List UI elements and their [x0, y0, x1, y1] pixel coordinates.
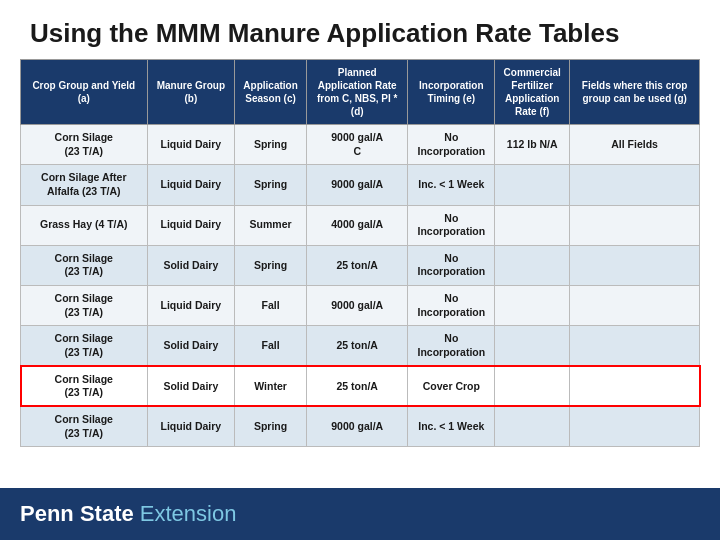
table-row: Corn Silage(23 T/A)Solid DairyFall25 ton…	[21, 326, 700, 366]
brand-name: Penn State	[20, 501, 140, 526]
table-row: Grass Hay (4 T/A)Liquid DairySummer4000 …	[21, 205, 700, 245]
table-cell: Summer	[235, 205, 307, 245]
table-cell: Inc. < 1 Week	[408, 406, 495, 446]
table-cell: Corn Silage(23 T/A)	[21, 366, 148, 406]
title-area: Using the MMM Manure Application Rate Ta…	[0, 0, 720, 59]
table-cell: Liquid Dairy	[147, 125, 235, 165]
table-cell	[570, 326, 700, 366]
table-cell	[495, 406, 570, 446]
table-row: Corn Silage(23 T/A)Solid DairyWinter25 t…	[21, 366, 700, 406]
table-cell: Corn Silage(23 T/A)	[21, 245, 148, 285]
col-header-season: ApplicationSeason (c)	[235, 60, 307, 125]
table-cell	[570, 286, 700, 326]
page-title: Using the MMM Manure Application Rate Ta…	[30, 18, 690, 49]
table-cell: Winter	[235, 366, 307, 406]
table-cell: Corn Silage(23 T/A)	[21, 286, 148, 326]
table-cell: 25 ton/A	[306, 245, 407, 285]
table-cell: Spring	[235, 245, 307, 285]
table-cell	[495, 286, 570, 326]
table-cell: 9000 gal/AC	[306, 125, 407, 165]
col-header-manure: Manure Group(b)	[147, 60, 235, 125]
col-header-fields: Fields where this cropgroup can be used …	[570, 60, 700, 125]
table-cell: 25 ton/A	[306, 326, 407, 366]
table-row: Corn Silage(23 T/A)Liquid DairySpring900…	[21, 406, 700, 446]
table-cell	[570, 165, 700, 205]
table-cell: Spring	[235, 406, 307, 446]
table-cell: 4000 gal/A	[306, 205, 407, 245]
main-container: Using the MMM Manure Application Rate Ta…	[0, 0, 720, 540]
table-cell: Liquid Dairy	[147, 286, 235, 326]
table-cell	[495, 245, 570, 285]
table-cell: Inc. < 1 Week	[408, 165, 495, 205]
table-cell: Corn Silage(23 T/A)	[21, 406, 148, 446]
table-row: Corn Silage(23 T/A)Solid DairySpring25 t…	[21, 245, 700, 285]
data-table: Crop Group and Yield(a) Manure Group(b) …	[20, 59, 700, 447]
table-cell: Solid Dairy	[147, 245, 235, 285]
table-cell: Solid Dairy	[147, 366, 235, 406]
table-cell: Cover Crop	[408, 366, 495, 406]
table-cell: 112 lb N/A	[495, 125, 570, 165]
table-cell	[495, 366, 570, 406]
table-cell	[570, 245, 700, 285]
table-cell: Spring	[235, 165, 307, 205]
table-cell: NoIncorporation	[408, 125, 495, 165]
table-row: Corn Silage(23 T/A)Liquid DairyFall9000 …	[21, 286, 700, 326]
footer-logo: Penn State Extension	[20, 501, 236, 527]
table-cell: 25 ton/A	[306, 366, 407, 406]
table-cell: Corn Silage(23 T/A)	[21, 326, 148, 366]
table-cell: NoIncorporation	[408, 245, 495, 285]
table-cell	[570, 205, 700, 245]
extension-label: Extension	[140, 501, 237, 526]
table-cell: Fall	[235, 286, 307, 326]
footer: Penn State Extension	[0, 488, 720, 540]
table-cell: 9000 gal/A	[306, 286, 407, 326]
table-cell	[495, 205, 570, 245]
table-area: Crop Group and Yield(a) Manure Group(b) …	[0, 59, 720, 488]
table-cell: Liquid Dairy	[147, 165, 235, 205]
table-cell: Corn Silage AfterAlfalfa (23 T/A)	[21, 165, 148, 205]
table-cell: 9000 gal/A	[306, 406, 407, 446]
table-cell: Liquid Dairy	[147, 406, 235, 446]
col-header-incorporation: IncorporationTiming (e)	[408, 60, 495, 125]
table-cell: NoIncorporation	[408, 286, 495, 326]
table-cell: NoIncorporation	[408, 205, 495, 245]
table-cell: Spring	[235, 125, 307, 165]
col-header-crop: Crop Group and Yield(a)	[21, 60, 148, 125]
table-cell: NoIncorporation	[408, 326, 495, 366]
table-cell: All Fields	[570, 125, 700, 165]
table-header-row: Crop Group and Yield(a) Manure Group(b) …	[21, 60, 700, 125]
table-cell: Grass Hay (4 T/A)	[21, 205, 148, 245]
table-cell: Fall	[235, 326, 307, 366]
table-row: Corn Silage(23 T/A)Liquid DairySpring900…	[21, 125, 700, 165]
table-cell: Solid Dairy	[147, 326, 235, 366]
table-cell	[570, 406, 700, 446]
table-cell	[495, 326, 570, 366]
table-cell: Liquid Dairy	[147, 205, 235, 245]
table-cell	[495, 165, 570, 205]
table-cell: 9000 gal/A	[306, 165, 407, 205]
table-row: Corn Silage AfterAlfalfa (23 T/A)Liquid …	[21, 165, 700, 205]
table-cell	[570, 366, 700, 406]
col-header-apprate: PlannedApplication Ratefrom C, NBS, PI *…	[306, 60, 407, 125]
table-cell: Corn Silage(23 T/A)	[21, 125, 148, 165]
col-header-commfert: CommercialFertilizerApplicationRate (f)	[495, 60, 570, 125]
